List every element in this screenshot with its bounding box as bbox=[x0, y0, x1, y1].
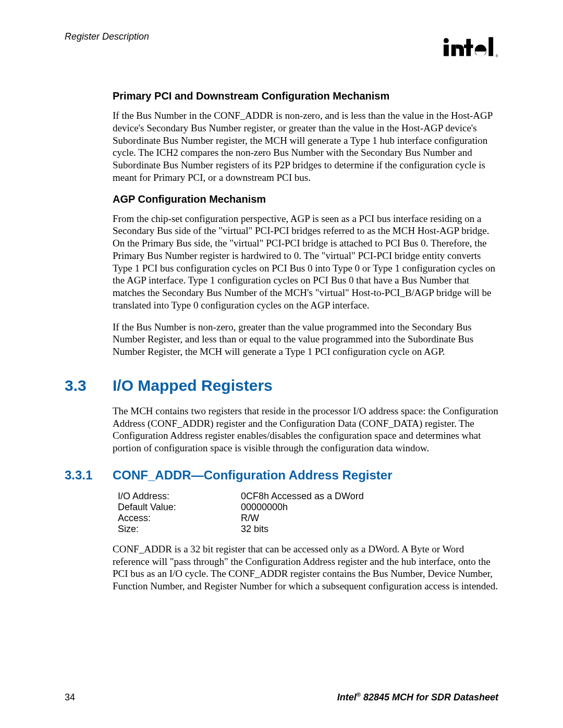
svg-rect-6 bbox=[488, 37, 493, 56]
doc-title: Intel® 82845 MCH for SDR Datasheet bbox=[337, 692, 498, 703]
prop-value: 32 bits bbox=[241, 524, 268, 535]
section-heading-3-3: 3.3 I/O Mapped Registers bbox=[65, 377, 498, 394]
prop-key: I/O Address: bbox=[118, 491, 241, 502]
register-properties: I/O Address: 0CF8h Accessed as a DWord D… bbox=[118, 491, 498, 535]
page-footer: 34 Intel® 82845 MCH for SDR Datasheet bbox=[65, 692, 498, 703]
paragraph: If the Bus Number in the CONF_ADDR is no… bbox=[113, 109, 498, 184]
section-number: 3.3.1 bbox=[65, 468, 113, 483]
svg-rect-1 bbox=[444, 45, 449, 56]
paragraph: From the chip-set configuration perspect… bbox=[113, 213, 498, 312]
prop-key: Default Value: bbox=[118, 502, 241, 513]
paragraph: CONF_ADDR is a 32 bit register that can … bbox=[113, 543, 498, 593]
paragraph: If the Bus Number is non-zero, greater t… bbox=[113, 321, 498, 358]
doc-title-prefix: Intel bbox=[337, 692, 357, 702]
svg-text:®: ® bbox=[496, 54, 498, 58]
section-heading-3-3-1: 3.3.1 CONF_ADDR—Configuration Address Re… bbox=[65, 468, 498, 483]
paragraph: The MCH contains two registers that resi… bbox=[113, 405, 498, 454]
section-title: I/O Mapped Registers bbox=[113, 377, 273, 394]
intel-logo: ® bbox=[415, 32, 498, 64]
prop-value: R/W bbox=[241, 513, 259, 524]
section-number: 3.3 bbox=[65, 377, 113, 394]
prop-value: 00000000h bbox=[241, 502, 288, 513]
svg-rect-2 bbox=[451, 45, 456, 56]
subheading-primary-pci: Primary PCI and Downstream Configuration… bbox=[113, 90, 498, 102]
doc-title-suffix: 82845 MCH for SDR Datasheet bbox=[361, 692, 498, 702]
subheading-agp: AGP Configuration Mechanism bbox=[113, 193, 498, 205]
svg-point-0 bbox=[444, 38, 449, 43]
svg-rect-5 bbox=[475, 48, 486, 52]
section-title: CONF_ADDR—Configuration Address Register bbox=[113, 468, 392, 483]
prop-value: 0CF8h Accessed as a DWord bbox=[241, 491, 364, 502]
registered-mark: ® bbox=[357, 692, 361, 698]
svg-rect-4 bbox=[464, 45, 473, 48]
prop-key: Access: bbox=[118, 513, 241, 524]
prop-key: Size: bbox=[118, 524, 241, 535]
page-number: 34 bbox=[65, 692, 75, 703]
